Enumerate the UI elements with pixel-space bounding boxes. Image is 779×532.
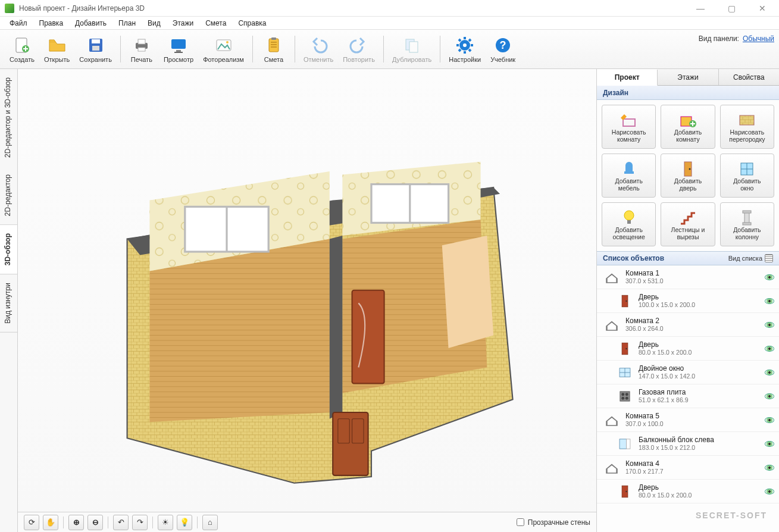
menu-plan[interactable]: План [114, 18, 140, 29]
design-section-head: Дизайн [597, 86, 779, 100]
add-light-button[interactable]: Добавить освещение [602, 202, 656, 246]
tab-properties[interactable]: Свойства [719, 69, 779, 85]
svg-marker-30 [330, 236, 343, 419]
photoreal-button[interactable]: Фотореализм [198, 32, 249, 66]
visibility-toggle[interactable] [765, 417, 774, 423]
home-button[interactable]: ⌂ [202, 515, 218, 530]
tab-floors[interactable]: Этажи [658, 69, 718, 85]
undo-icon [309, 36, 328, 55]
object-row-room[interactable]: Комната 1307.0 x 531.0 [597, 265, 779, 289]
object-row-room[interactable]: Комната 5307.0 x 100.0 [597, 408, 779, 432]
visibility-toggle[interactable] [765, 346, 774, 352]
viewport-3d[interactable] [18, 69, 596, 512]
redo-button[interactable]: Повторить [338, 32, 380, 66]
add-room-icon [678, 111, 697, 127]
svg-rect-14 [271, 37, 276, 40]
visibility-toggle[interactable] [765, 441, 774, 447]
rotate-right-button[interactable]: ↷ [132, 515, 148, 530]
visibility-toggle[interactable] [765, 370, 774, 375]
svg-point-65 [625, 393, 628, 396]
object-row-item[interactable]: Дверь80.0 x 15.0 x 200.0 [597, 337, 779, 361]
minimize-button[interactable]: — [689, 4, 712, 13]
object-list[interactable]: Комната 1307.0 x 531.0Дверь100.0 x 15.0 … [597, 265, 779, 532]
visibility-toggle[interactable] [765, 465, 774, 471]
transparent-walls-toggle[interactable]: Прозрачные стены [517, 518, 590, 527]
menu-floors[interactable]: Этажи [168, 18, 198, 29]
list-view-options[interactable]: Вид списка [728, 254, 773, 262]
svg-rect-45 [740, 115, 754, 125]
close-button[interactable]: ✕ [750, 4, 774, 13]
svg-marker-41 [442, 236, 493, 348]
chair-icon [620, 159, 639, 176]
maximize-button[interactable]: ▢ [719, 4, 743, 13]
menu-add[interactable]: Добавить [70, 18, 111, 29]
undo-button[interactable]: Отменить [299, 32, 338, 66]
panel-mode-value[interactable]: Обычный [743, 35, 774, 43]
add-furniture-button[interactable]: Добавить мебель [602, 154, 656, 198]
draw-room-button[interactable]: Нарисовать комнату [602, 105, 656, 149]
partition-button[interactable]: Нарисовать перегородку [720, 105, 774, 149]
sun-button[interactable]: ☀ [158, 515, 173, 530]
svg-point-49 [624, 211, 634, 220]
object-row-item[interactable]: Газовая плита51.0 x 62.1 x 86.9 [597, 384, 779, 408]
menu-view[interactable]: Вид [143, 18, 165, 29]
zoom-out-button[interactable]: ⊖ [87, 515, 103, 530]
object-row-item[interactable]: Балконный блок слева183.0 x 15.0 x 212.0 [597, 432, 779, 456]
object-row-item[interactable]: Дверь80.0 x 15.0 x 200.0 [597, 480, 779, 503]
menu-estimate[interactable]: Смета [201, 18, 231, 29]
tab-project[interactable]: Проект [597, 70, 658, 86]
menu-edit[interactable]: Правка [35, 18, 68, 29]
tab-inside[interactable]: Вид изнутри [0, 274, 17, 333]
svg-point-64 [621, 393, 624, 396]
duplicate-button[interactable]: Дублировать [387, 32, 436, 66]
add-door-button[interactable]: Добавить дверь [661, 154, 715, 198]
menu-help[interactable]: Справка [233, 18, 271, 29]
tab-2d[interactable]: 2D-редактор [0, 166, 17, 225]
brick-wall-icon [737, 111, 756, 127]
preview-button[interactable]: Просмотр [159, 32, 198, 66]
visibility-toggle[interactable] [765, 298, 774, 304]
rotate-left-button[interactable]: ↶ [113, 515, 129, 530]
visibility-toggle[interactable] [765, 489, 774, 495]
window-title: Новый проект - Дизайн Интерьера 3D [19, 4, 689, 12]
new-file-icon [12, 36, 32, 55]
settings-button[interactable]: Настройки [444, 32, 486, 66]
clipboard-icon [264, 36, 283, 55]
object-row-room[interactable]: Комната 2306.0 x 264.0 [597, 313, 779, 337]
object-row-item[interactable]: Дверь100.0 x 15.0 x 200.0 [597, 289, 779, 313]
tab-3d[interactable]: 3D-обзор [0, 225, 17, 274]
svg-rect-52 [743, 211, 751, 213]
bulb-button[interactable]: 💡 [177, 515, 192, 530]
visibility-toggle[interactable] [765, 393, 774, 399]
svg-text:?: ? [500, 39, 506, 51]
visibility-toggle[interactable] [765, 322, 774, 328]
object-row-room[interactable]: Комната 4170.0 x 217.7 [597, 456, 779, 480]
estimate-button[interactable]: Смета [256, 32, 291, 66]
stairs-button[interactable]: Лестницы и вырезы [661, 202, 715, 246]
tab-2d-3d[interactable]: 2D-редактор и 3D-обзор [0, 69, 17, 166]
door-icon [678, 159, 697, 176]
photo-icon [214, 36, 233, 55]
save-button[interactable]: Сохранить [74, 32, 117, 66]
rotate360-button[interactable]: ⟳ [24, 515, 39, 530]
pan-button[interactable]: ✋ [43, 515, 58, 530]
create-button[interactable]: Создать [5, 32, 39, 66]
print-icon [132, 36, 151, 55]
add-column-button[interactable]: Добавить колонну [720, 202, 774, 246]
right-panel: Проект Этажи Свойства Дизайн Нарисовать … [597, 69, 779, 532]
add-window-button[interactable]: Добавить окно [720, 154, 774, 198]
object-row-item[interactable]: Двойное окно147.0 x 15.0 x 142.0 [597, 361, 779, 384]
zoom-in-button[interactable]: ⊕ [68, 515, 84, 530]
open-button[interactable]: Открыть [39, 32, 74, 66]
menu-bar: Файл Правка Добавить План Вид Этажи Смет… [0, 17, 779, 30]
add-room-button[interactable]: Добавить комнату [661, 105, 715, 149]
duplicate-icon [402, 36, 421, 55]
svg-point-18 [463, 43, 467, 47]
svg-marker-28 [149, 239, 329, 423]
menu-file[interactable]: Файл [5, 18, 32, 29]
help-button[interactable]: ? Учебник [486, 32, 520, 66]
print-button[interactable]: Печать [124, 32, 159, 66]
room-icon [604, 412, 620, 428]
list-options-icon [765, 254, 773, 262]
visibility-toggle[interactable] [765, 274, 774, 280]
